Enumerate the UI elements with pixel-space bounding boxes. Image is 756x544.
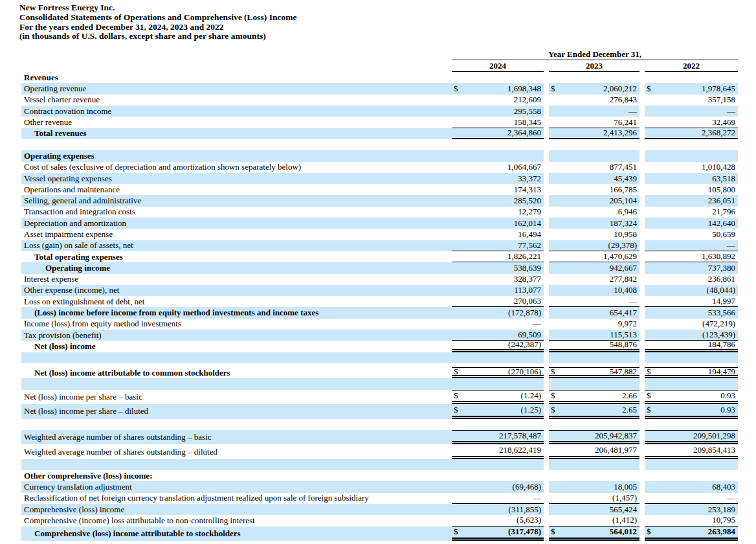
column-gutter [639,419,645,430]
value: 0.93 [720,391,735,401]
row-label [21,352,452,363]
column-gutter [544,128,549,139]
table-row: Weighted average number of shares outsta… [21,430,738,445]
empty-row [21,378,738,389]
value-cell-2024: $(1.25) [452,404,544,419]
value-cell-2022: 10,795 [645,515,738,526]
table-row: Transaction and integration costs12,2796… [21,207,738,218]
value-cell-2024: $(1.24) [452,390,544,405]
empty-row [21,419,738,430]
financial-statement-page: New Fortress Energy Inc. Consolidated St… [0,0,756,544]
column-gutter [544,470,549,481]
table-row: Other expense (income), net113,07710,408… [21,285,738,296]
value: 276,843 [610,95,637,105]
value-cell-2023: — [549,106,639,117]
value-cell-2023: 654,417 [549,307,639,318]
value: (242,387) [508,339,541,350]
value-cell-2022: — [645,240,738,251]
value: 50,659 [712,229,735,240]
dollar-sign: $ [454,84,458,94]
table-row: Comprehensive (loss) income(311,855)565,… [21,504,738,515]
value-cell-2023 [549,150,639,161]
column-gutter [544,459,549,470]
column-gutter [544,274,549,285]
value-cell-2024 [452,378,544,389]
value: (1.25) [521,405,541,415]
value-cell-2022: $1,978,645 [645,83,738,94]
value: 187,324 [610,218,637,229]
table-row: (Loss) income before income from equity … [21,307,738,318]
row-label: Transaction and integration costs [21,207,452,218]
value-cell-2024: $(317,478) [452,527,544,541]
column-gutter [639,150,645,161]
dollar-sign: $ [647,391,651,401]
value: 263,984 [708,527,735,537]
row-label: Total revenues [21,128,452,139]
value-cell-2023: $2.65 [549,404,639,419]
value: 0.93 [720,405,735,415]
value-cell-2024: 1,826,221 [452,251,544,262]
column-gutter [639,207,645,218]
value-cell-2022 [645,470,738,481]
table-row: Selling, general and administrative285,5… [21,195,738,206]
value: (5,623) [517,515,541,525]
value-cell-2024: 285,520 [452,195,544,206]
column-gutter [544,493,549,504]
column-gutter [639,341,645,352]
value: 236,861 [708,274,735,284]
span-header-row: Year Ended December 31, [21,49,738,60]
value: 1,470,629 [603,251,637,262]
value: — [727,493,735,503]
value: (29,378) [608,240,637,251]
value: (172,878) [508,308,541,318]
table-row: Cost of sales (exclusive of depreciation… [21,162,738,173]
dollar-sign: $ [454,367,458,377]
row-label: Income (loss) from equity method investm… [21,319,452,330]
column-gutter [639,240,645,251]
row-label: Operations and maintenance [21,184,452,195]
table-row: Asset impairment expense16,49410,95850,6… [21,229,738,240]
table-row: Comprehensive (income) loss attributable… [21,515,738,526]
row-label: Revenues [21,72,452,83]
dollar-sign: $ [454,527,458,537]
column-gutter [544,515,549,526]
row-label: (Loss) income before income from equity … [21,307,452,318]
column-gutter [544,319,549,330]
dollar-sign: $ [647,405,651,415]
value-cell-2022: 32,469 [645,117,738,128]
dollar-sign: $ [551,391,555,401]
table-row: Other revenue158,34576,24132,469 [21,117,738,128]
column-gutter [639,378,645,389]
value: 12,279 [518,207,541,217]
value-cell-2024: 77,562 [452,240,544,251]
value: — [533,493,541,503]
empty-row [21,459,738,470]
value-cell-2022: 50,659 [645,229,738,240]
value-cell-2023: (29,378) [549,240,639,251]
value: 10,408 [614,285,637,295]
row-label: Operating expenses [21,150,452,161]
column-gutter [544,106,549,117]
value-cell-2024: 212,609 [452,95,544,106]
row-label: Comprehensive (loss) income [21,504,452,515]
value-cell-2022: 236,861 [645,274,738,285]
value-cell-2024: $(270,106) [452,367,544,378]
value: 217,578,487 [499,431,541,441]
value-cell-2024: 12,279 [452,207,544,218]
table-row: Operating income538,639942,667737,380 [21,262,738,273]
value: 533,566 [708,308,735,318]
column-gutter [544,341,549,352]
column-gutter [639,95,645,106]
value: 212,609 [514,95,541,105]
value: 253,189 [708,504,735,515]
table-row: Operating revenue$1,698,348$2,060,212$1,… [21,83,738,94]
value: 654,417 [610,308,637,318]
column-gutter [544,285,549,296]
table-row: Currency translation adjustment(69,468)1… [21,481,738,492]
value-cell-2022: 253,189 [645,504,738,515]
row-label: Net (loss) income per share – basic [21,390,452,405]
column-gutter [544,95,549,106]
column-gutter [639,330,645,341]
table-row: Vessel charter revenue212,609276,843357,… [21,95,738,106]
value-cell-2023: 6,946 [549,207,639,218]
